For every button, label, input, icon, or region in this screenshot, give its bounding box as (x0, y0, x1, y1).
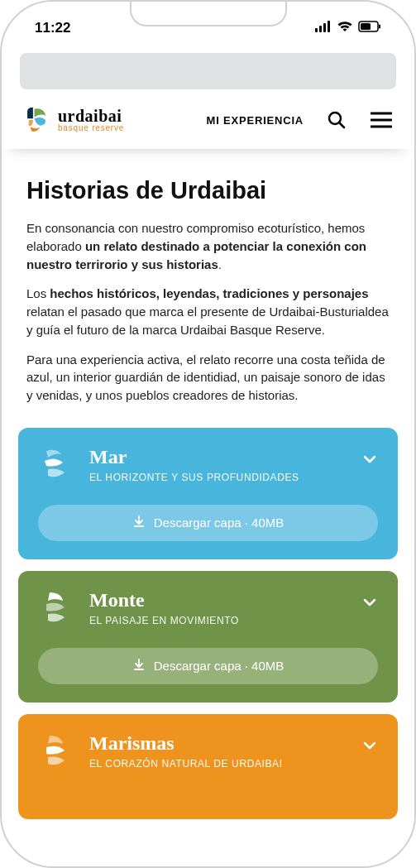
card-title: Marismas (89, 732, 378, 755)
app-header: urdaibai basque reserve MI EXPERIENCIA (2, 89, 414, 149)
intro-paragraph-2: Los hechos históricos, leyendas, tradici… (26, 285, 390, 338)
phone-notch (130, 2, 287, 26)
mar-icon (38, 446, 74, 482)
browser-url-bar[interactable] (20, 53, 396, 89)
card-title: Monte (89, 589, 378, 611)
brand-logo-icon (23, 106, 51, 134)
svg-rect-6 (379, 25, 380, 29)
download-label: Descargar capa · 40MB (154, 659, 285, 673)
svg-line-8 (339, 122, 344, 127)
signal-icon (315, 20, 332, 36)
monte-icon (38, 589, 74, 626)
card-subtitle: EL HORIZONTE Y SUS PROFUNDIDADES (89, 472, 378, 483)
page-title: Historias de Urdaibai (26, 177, 390, 204)
svg-rect-5 (361, 23, 371, 30)
download-button-monte[interactable]: Descargar capa · 40MB (38, 648, 378, 684)
intro-paragraph-3: Para una experiencia activa, el relato r… (26, 351, 390, 405)
svg-rect-2 (323, 23, 326, 32)
chevron-down-icon[interactable] (361, 451, 378, 471)
search-icon[interactable] (325, 108, 348, 132)
download-button-mar[interactable]: Descargar capa · 40MB (38, 505, 378, 541)
story-cards: Mar EL HORIZONTE Y SUS PROFUNDIDADES Des… (2, 428, 414, 819)
brand-subtitle: basque reserve (58, 124, 124, 132)
wifi-icon (337, 20, 353, 36)
menu-icon[interactable] (370, 108, 393, 132)
download-label: Descargar capa · 40MB (154, 516, 285, 530)
marismas-icon (38, 732, 74, 769)
svg-rect-0 (315, 28, 318, 32)
card-marismas[interactable]: Marismas EL CORAZÓN NATURAL DE URDAIBAI (18, 714, 398, 819)
card-mar[interactable]: Mar EL HORIZONTE Y SUS PROFUNDIDADES Des… (18, 428, 398, 559)
svg-rect-1 (319, 26, 322, 32)
download-icon (132, 658, 146, 674)
brand-name: urdaibai (58, 108, 124, 124)
download-icon (132, 515, 146, 530)
nav-my-experience[interactable]: MI EXPERIENCIA (207, 114, 304, 127)
chevron-down-icon[interactable] (361, 594, 378, 614)
status-time: 11:22 (35, 13, 70, 36)
card-subtitle: EL CORAZÓN NATURAL DE URDAIBAI (89, 758, 378, 770)
intro-paragraph-1: En consonancia con nuestro compromiso ec… (26, 219, 390, 273)
main-content: Historias de Urdaibai En consonancia con… (2, 149, 414, 405)
chevron-down-icon[interactable] (361, 737, 378, 757)
battery-icon (358, 20, 381, 36)
brand-logo[interactable]: urdaibai basque reserve (23, 106, 124, 134)
svg-rect-3 (328, 21, 330, 32)
card-subtitle: EL PAISAJE EN MOVIMIENTO (89, 615, 378, 626)
card-title: Mar (89, 446, 378, 468)
card-monte[interactable]: Monte EL PAISAJE EN MOVIMIENTO Descargar… (18, 571, 398, 703)
